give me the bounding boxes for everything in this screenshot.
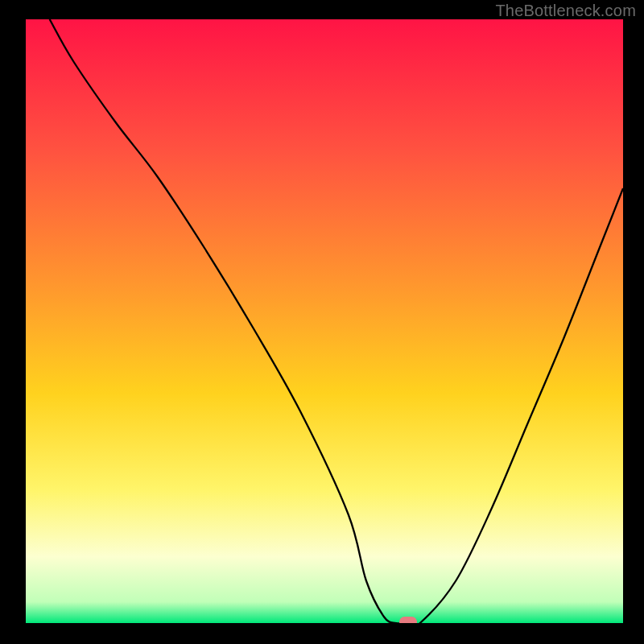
plot-area [26,19,623,623]
optimal-point-marker [399,617,417,623]
chart-svg [26,19,623,623]
gradient-background [26,19,623,623]
watermark-label: TheBottleneck.com [495,2,636,20]
chart-frame: TheBottleneck.com [0,0,644,644]
